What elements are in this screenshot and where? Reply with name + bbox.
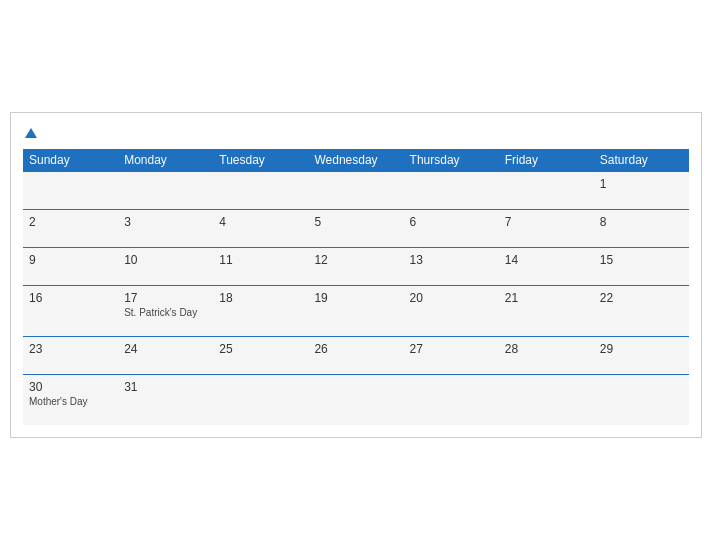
calendar-day-cell xyxy=(594,374,689,425)
calendar-day-cell: 13 xyxy=(404,247,499,285)
weekday-header: Monday xyxy=(118,149,213,172)
day-number: 25 xyxy=(219,342,302,356)
calendar-day-cell xyxy=(404,374,499,425)
day-number: 14 xyxy=(505,253,588,267)
calendar-day-cell: 27 xyxy=(404,336,499,374)
day-number: 10 xyxy=(124,253,207,267)
day-number: 9 xyxy=(29,253,112,267)
calendar-day-cell: 23 xyxy=(23,336,118,374)
calendar-day-cell: 30Mother's Day xyxy=(23,374,118,425)
calendar-day-cell: 20 xyxy=(404,285,499,336)
calendar-day-cell: 1 xyxy=(594,171,689,209)
day-number: 27 xyxy=(410,342,493,356)
day-number: 1 xyxy=(600,177,683,191)
day-number: 21 xyxy=(505,291,588,305)
calendar-day-cell: 9 xyxy=(23,247,118,285)
calendar-day-cell: 10 xyxy=(118,247,213,285)
day-number: 18 xyxy=(219,291,302,305)
weekday-header: Wednesday xyxy=(308,149,403,172)
day-number: 4 xyxy=(219,215,302,229)
day-number: 5 xyxy=(314,215,397,229)
calendar-header xyxy=(23,123,689,141)
calendar-day-cell: 11 xyxy=(213,247,308,285)
logo-general-text xyxy=(23,123,37,141)
event-label: St. Patrick's Day xyxy=(124,307,207,318)
calendar-week-row: 9101112131415 xyxy=(23,247,689,285)
calendar-day-cell: 31 xyxy=(118,374,213,425)
calendar-day-cell: 25 xyxy=(213,336,308,374)
logo-triangle-icon xyxy=(25,128,37,138)
calendar-day-cell: 14 xyxy=(499,247,594,285)
calendar-day-cell: 8 xyxy=(594,209,689,247)
day-number: 8 xyxy=(600,215,683,229)
day-number: 12 xyxy=(314,253,397,267)
calendar-day-cell: 28 xyxy=(499,336,594,374)
calendar-day-cell: 16 xyxy=(23,285,118,336)
calendar-week-row: 23242526272829 xyxy=(23,336,689,374)
calendar-day-cell xyxy=(404,171,499,209)
day-number: 11 xyxy=(219,253,302,267)
calendar-day-cell: 29 xyxy=(594,336,689,374)
day-number: 31 xyxy=(124,380,207,394)
calendar-day-cell: 3 xyxy=(118,209,213,247)
day-number: 24 xyxy=(124,342,207,356)
calendar-day-cell: 19 xyxy=(308,285,403,336)
logo xyxy=(23,123,37,141)
day-number: 26 xyxy=(314,342,397,356)
calendar-day-cell xyxy=(118,171,213,209)
day-number: 29 xyxy=(600,342,683,356)
calendar-week-row: 30Mother's Day31 xyxy=(23,374,689,425)
calendar-day-cell xyxy=(308,374,403,425)
day-number: 23 xyxy=(29,342,112,356)
event-label: Mother's Day xyxy=(29,396,112,407)
calendar-day-cell: 12 xyxy=(308,247,403,285)
day-number: 6 xyxy=(410,215,493,229)
weekday-header: Sunday xyxy=(23,149,118,172)
calendar-day-cell: 17St. Patrick's Day xyxy=(118,285,213,336)
calendar-day-cell: 21 xyxy=(499,285,594,336)
calendar-day-cell: 18 xyxy=(213,285,308,336)
calendar-day-cell xyxy=(213,374,308,425)
calendar-day-cell: 2 xyxy=(23,209,118,247)
day-number: 15 xyxy=(600,253,683,267)
day-number: 13 xyxy=(410,253,493,267)
weekday-header: Saturday xyxy=(594,149,689,172)
calendar-day-cell xyxy=(499,171,594,209)
calendar-day-cell xyxy=(23,171,118,209)
day-number: 28 xyxy=(505,342,588,356)
calendar-day-cell: 24 xyxy=(118,336,213,374)
calendar-day-cell: 5 xyxy=(308,209,403,247)
day-number: 2 xyxy=(29,215,112,229)
calendar-day-cell: 6 xyxy=(404,209,499,247)
day-number: 30 xyxy=(29,380,112,394)
day-number: 20 xyxy=(410,291,493,305)
calendar-container: SundayMondayTuesdayWednesdayThursdayFrid… xyxy=(10,112,702,438)
calendar-day-cell: 26 xyxy=(308,336,403,374)
day-number: 19 xyxy=(314,291,397,305)
day-number: 3 xyxy=(124,215,207,229)
weekday-header: Tuesday xyxy=(213,149,308,172)
calendar-day-cell xyxy=(213,171,308,209)
calendar-day-cell: 22 xyxy=(594,285,689,336)
calendar-day-cell xyxy=(499,374,594,425)
calendar-table: SundayMondayTuesdayWednesdayThursdayFrid… xyxy=(23,149,689,425)
weekday-header: Thursday xyxy=(404,149,499,172)
day-number: 16 xyxy=(29,291,112,305)
calendar-week-row: 1617St. Patrick's Day1819202122 xyxy=(23,285,689,336)
calendar-week-row: 1 xyxy=(23,171,689,209)
day-number: 22 xyxy=(600,291,683,305)
calendar-day-cell: 15 xyxy=(594,247,689,285)
calendar-day-cell: 7 xyxy=(499,209,594,247)
calendar-week-row: 2345678 xyxy=(23,209,689,247)
calendar-day-cell xyxy=(308,171,403,209)
calendar-day-cell: 4 xyxy=(213,209,308,247)
weekday-header: Friday xyxy=(499,149,594,172)
day-number: 17 xyxy=(124,291,207,305)
day-number: 7 xyxy=(505,215,588,229)
calendar-header-row: SundayMondayTuesdayWednesdayThursdayFrid… xyxy=(23,149,689,172)
